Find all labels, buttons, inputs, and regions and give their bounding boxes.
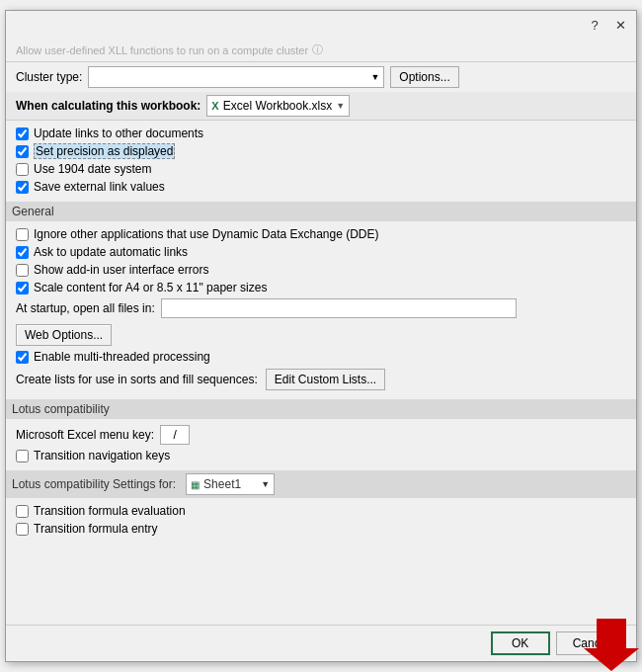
set-precision-highlight: Set precision as displayed (34, 143, 175, 159)
ignore-dde-label: Ignore other applications that use Dynam… (34, 227, 379, 241)
edit-custom-lists-button[interactable]: Edit Custom Lists... (266, 369, 385, 390)
allow-xll-label: Allow user-defined XLL functions to run … (16, 44, 308, 56)
ignore-dde-checkbox[interactable] (16, 228, 29, 241)
transition-formula-eval-row: Transition formula evaluation (16, 502, 626, 520)
startup-label: At startup, open all files in: (16, 301, 155, 315)
workbook-row: When calculating this workbook: X Excel … (6, 92, 636, 121)
excel-icon: X (211, 100, 218, 112)
use-1904-label: Use 1904 date system (34, 162, 151, 176)
general-option-ask-update: Ask to update automatic links (16, 243, 626, 261)
update-links-checkbox[interactable] (16, 127, 29, 140)
multi-thread-label: Enable multi-threaded processing (34, 350, 210, 364)
calc-option-use-1904: Use 1904 date system (16, 160, 626, 178)
ask-update-checkbox[interactable] (16, 246, 29, 259)
workbook-name: Excel Workbook.xlsx (223, 99, 332, 113)
menu-key-input[interactable] (160, 425, 190, 445)
info-icon: ⓘ (312, 42, 323, 57)
calc-option-update-links: Update links to other documents (16, 125, 626, 142)
cluster-dropdown[interactable]: ▼ (88, 66, 384, 88)
workbook-dropdown[interactable]: X Excel Workbook.xlsx ▼ (206, 95, 350, 117)
lotus-section-header: Lotus compatibility (6, 399, 636, 419)
menu-key-label: Microsoft Excel menu key: (16, 428, 154, 442)
transition-nav-label: Transition navigation keys (34, 449, 170, 462)
save-external-label: Save external link values (34, 180, 165, 194)
scale-content-label: Scale content for A4 or 8.5 x 11" paper … (34, 281, 267, 294)
workbook-label: When calculating this workbook: (16, 99, 201, 113)
set-precision-checkbox[interactable] (16, 145, 29, 158)
save-external-checkbox[interactable] (16, 181, 29, 194)
workbook-dropdown-arrow-icon: ▼ (336, 101, 345, 111)
transition-nav-checkbox[interactable] (16, 450, 29, 462)
multi-thread-row: Enable multi-threaded processing (16, 348, 626, 366)
allow-xll-row: Allow user-defined XLL functions to run … (6, 39, 636, 62)
lotus-settings-header: Lotus compatibility Settings for: ▦ Shee… (6, 470, 636, 498)
custom-lists-label: Create lists for use in sorts and fill s… (16, 373, 258, 386)
show-addin-label: Show add-in user interface errors (34, 263, 208, 277)
sheet-dropdown-arrow-icon: ▼ (261, 479, 270, 489)
excel-options-dialog: ? ✕ Allow user-defined XLL functions to … (5, 10, 637, 662)
general-options-section: Ignore other applications that use Dynam… (6, 221, 636, 399)
custom-lists-row: Create lists for use in sorts and fill s… (16, 366, 626, 393)
lotus-settings-label: Lotus compatibility Settings for: (12, 477, 176, 491)
lotus-options-section: Microsoft Excel menu key: Transition nav… (6, 419, 636, 470)
calc-option-save-external: Save external link values (16, 178, 626, 196)
cancel-button[interactable]: Cancel (556, 631, 626, 655)
cluster-options-button[interactable]: Options... (390, 66, 458, 88)
help-button[interactable]: ? (585, 15, 604, 35)
menu-key-row: Microsoft Excel menu key: (16, 423, 626, 447)
lotus-settings-options: Transition formula evaluation Transition… (6, 498, 636, 544)
ask-update-label: Ask to update automatic links (34, 245, 188, 259)
multi-thread-checkbox[interactable] (16, 351, 29, 364)
general-section-header: General (6, 202, 636, 221)
calc-options-section: Update links to other documents Set prec… (6, 121, 636, 202)
scale-content-checkbox[interactable] (16, 282, 29, 294)
startup-input[interactable] (161, 298, 517, 318)
scroll-content[interactable]: Allow user-defined XLL functions to run … (6, 39, 636, 625)
transition-formula-eval-label: Transition formula evaluation (34, 504, 186, 518)
set-precision-label: Set precision as displayed (34, 144, 175, 158)
startup-row: At startup, open all files in: (16, 296, 626, 320)
web-options-button[interactable]: Web Options... (16, 324, 112, 346)
transition-formula-entry-checkbox[interactable] (16, 523, 29, 536)
general-option-ignore-dde: Ignore other applications that use Dynam… (16, 225, 626, 243)
close-button[interactable]: ✕ (610, 15, 630, 35)
sheet-name: Sheet1 (203, 477, 241, 491)
title-bar: ? ✕ (6, 11, 636, 39)
general-option-show-addin: Show add-in user interface errors (16, 261, 626, 279)
general-option-scale-content: Scale content for A4 or 8.5 x 11" paper … (16, 279, 626, 296)
web-options-row: Web Options... (16, 320, 626, 348)
sheet-icon: ▦ (191, 479, 200, 490)
transition-formula-entry-row: Transition formula entry (16, 520, 626, 538)
cluster-label: Cluster type: (16, 70, 82, 84)
transition-formula-entry-label: Transition formula entry (34, 522, 158, 536)
update-links-label: Update links to other documents (34, 126, 203, 140)
sheet-dropdown[interactable]: ▦ Sheet1 ▼ (186, 473, 275, 495)
dropdown-arrow-icon: ▼ (370, 72, 379, 82)
calc-option-set-precision: Set precision as displayed (16, 142, 626, 160)
show-addin-checkbox[interactable] (16, 264, 29, 277)
transition-formula-eval-checkbox[interactable] (16, 505, 29, 518)
use-1904-checkbox[interactable] (16, 163, 29, 176)
content-area: Allow user-defined XLL functions to run … (6, 39, 636, 625)
bottom-bar: OK Cancel (6, 625, 636, 661)
ok-button[interactable]: OK (491, 631, 550, 655)
transition-nav-row: Transition navigation keys (16, 447, 626, 464)
cluster-row: Cluster type: ▼ Options... (6, 62, 636, 92)
